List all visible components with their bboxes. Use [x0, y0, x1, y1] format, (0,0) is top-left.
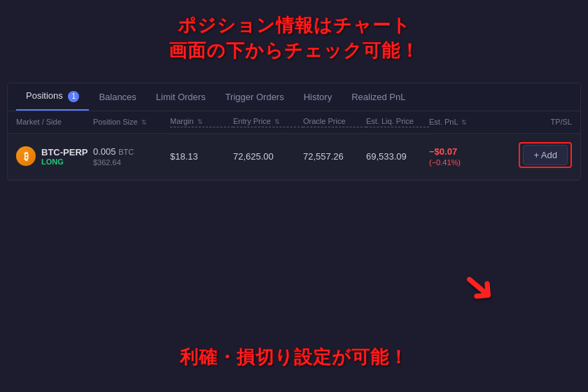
tab-realized-pnl[interactable]: Realized PnL [342, 85, 415, 109]
sort-icon-size[interactable]: ⇅ [141, 119, 147, 126]
red-arrow: ➜ [453, 260, 507, 314]
cell-size: 0.005 BTC $362.64 [93, 146, 170, 167]
tab-positions-badge: 1 [68, 91, 79, 102]
sort-icon-margin[interactable]: ⇅ [197, 118, 203, 125]
tab-trigger-orders-label: Trigger Orders [225, 92, 284, 102]
tab-balances[interactable]: Balances [89, 85, 146, 109]
col-header-size: Position Size ⇅ [93, 118, 170, 126]
annotation-top: ポジション情報はチャート 画面の下からチェック可能！ [0, 13, 588, 64]
col-header-entry: Entry Price ⇅ [233, 117, 303, 127]
tab-history-label: History [304, 92, 332, 102]
add-tpsl-button[interactable]: + Add [523, 145, 568, 165]
cell-liq-price: 69,533.09 [366, 151, 429, 162]
add-tpsl-button-box: + Add [519, 142, 572, 168]
tab-trigger-orders[interactable]: Trigger Orders [216, 85, 294, 109]
annotation-bottom: 利確・損切り設定が可能！ [0, 345, 588, 370]
col-header-pnl: Est. PnL ⇅ [429, 118, 492, 126]
size-usd: $362.64 [93, 158, 170, 167]
tab-history[interactable]: History [294, 85, 342, 109]
pnl-pct: (−0.41%) [429, 158, 492, 167]
col-header-margin: Margin ⇅ [170, 117, 233, 127]
market-cell: ₿ BTC-PERP LONG [16, 146, 93, 166]
size-btc: 0.005 BTC [93, 146, 170, 157]
col-header-oracle: Oracle Price [303, 117, 366, 127]
market-info: BTC-PERP LONG [41, 147, 88, 166]
tab-balances-label: Balances [99, 92, 136, 102]
cell-entry-price: 72,625.00 [233, 151, 303, 162]
tab-limit-orders[interactable]: Limit Orders [146, 85, 216, 109]
table-header: Market / Side Position Size ⇅ Margin ⇅ E… [8, 111, 580, 134]
cell-tpsl: + Add [492, 142, 572, 171]
liq-price-value: 69,533.09 [366, 151, 429, 162]
oracle-price-value: 72,557.26 [303, 151, 366, 162]
market-side: LONG [41, 158, 88, 166]
trading-panel: Positions 1 Balances Limit Orders Trigge… [7, 83, 581, 181]
cell-pnl: −$0.07 (−0.41%) [429, 146, 492, 167]
btc-icon: ₿ [16, 146, 36, 166]
market-name: BTC-PERP [41, 147, 88, 158]
col-header-liq: Est. Liq. Price [366, 117, 429, 127]
tab-limit-orders-label: Limit Orders [156, 92, 206, 102]
col-header-market: Market / Side [16, 118, 93, 126]
cell-margin: $18.13 [170, 151, 233, 162]
tab-positions[interactable]: Positions 1 [16, 83, 89, 111]
sort-icon-entry[interactable]: ⇅ [274, 118, 280, 125]
tabs-row: Positions 1 Balances Limit Orders Trigge… [8, 83, 580, 111]
annotation-line2: 画面の下からチェック可能！ [0, 38, 588, 63]
annotation-line1: ポジション情報はチャート [0, 13, 588, 38]
annotation-bottom-line: 利確・損切り設定が可能！ [0, 345, 588, 370]
cell-market: ₿ BTC-PERP LONG [16, 146, 93, 166]
screenshot-container: ポジション情報はチャート 画面の下からチェック可能！ Positions 1 B… [0, 0, 588, 392]
margin-value: $18.13 [170, 151, 233, 162]
tab-realized-pnl-label: Realized PnL [351, 92, 405, 102]
sort-icon-pnl[interactable]: ⇅ [461, 119, 467, 126]
table-row: ₿ BTC-PERP LONG 0.005 BTC $362.64 $1 [8, 134, 580, 180]
entry-price-value: 72,625.00 [233, 151, 303, 162]
tab-positions-label: Positions [26, 90, 63, 101]
cell-oracle-price: 72,557.26 [303, 151, 366, 162]
pnl-value: −$0.07 [429, 146, 492, 157]
col-header-tpsl: TP/SL [492, 118, 572, 126]
